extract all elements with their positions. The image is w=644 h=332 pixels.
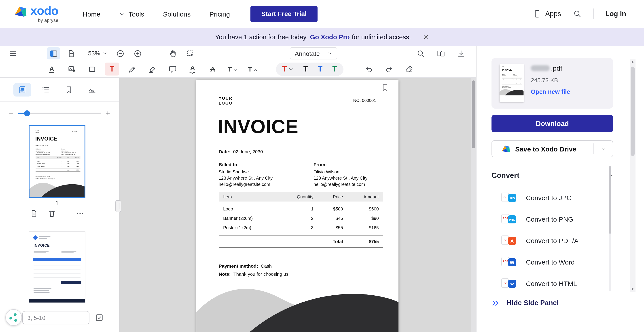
slider-knob[interactable] [24,110,30,116]
panel-scrollbar[interactable]: ▲ ▼ [630,59,636,292]
hide-side-panel-button[interactable]: Hide Side Panel [492,295,559,311]
jpg-file-icon: PDFJPG [501,191,516,204]
convert-to-html-item[interactable]: PDF<> Convert to HTML [492,273,613,294]
double-chevron-right-icon [492,299,500,307]
image-annotation-tool[interactable]: A [65,62,79,75]
page-bookmark-button[interactable] [380,83,390,92]
tab-signatures[interactable] [83,83,101,96]
zoom-in-button[interactable] [131,47,144,59]
xodo-app: xodo by apryse Home Tools Solutions Pric… [0,0,644,332]
zoom-in-icon [133,49,142,58]
banner-close-button[interactable] [422,34,429,40]
invoice-payment-method: Payment method:Cash [219,263,272,269]
panel-resize-handle[interactable] [116,200,121,212]
tab-page-thumbnails[interactable] [14,83,31,96]
file-size: 245.73 KB [531,77,570,83]
caret-up-icon [253,67,258,72]
apps-menu[interactable]: Apps [533,9,561,18]
convert-list-scrollbar-thumb[interactable] [609,166,611,234]
pen-icon [128,64,137,73]
highlighter-tool[interactable] [145,62,159,75]
start-free-trial-button[interactable]: Start Free Trial [250,5,317,22]
thumbnail-size-slider[interactable] [18,112,101,114]
undo-icon [364,64,374,73]
document-scrollbar[interactable] [471,78,476,332]
convert-section-toggle[interactable]: Convert [492,171,613,180]
redo-button[interactable] [382,62,396,75]
page-range-input[interactable] [22,311,90,325]
convert-list-scrollbar[interactable] [609,166,611,291]
hand-icon [168,49,177,58]
pan-tool-button[interactable] [166,47,179,59]
convert-to-png-item[interactable]: PDFPNG Convert to PNG [492,208,613,230]
delete-page-button[interactable] [46,208,57,219]
convert-to-jpg-item[interactable]: PDFJPG Convert to JPG [492,187,613,208]
chevron-down-icon [119,11,124,16]
redo-icon [384,64,394,73]
close-icon [422,34,429,40]
document-view-button[interactable] [64,47,77,59]
thumbnail-size-increase[interactable]: + [106,109,110,117]
squiggly-underline-tool[interactable]: A [186,62,200,75]
page-thumbnail-2[interactable]: INVOICE [28,232,86,303]
login-button[interactable]: Log In [605,10,626,18]
preset-blue-text[interactable]: T [318,65,323,73]
toolbar-mode-dropdown[interactable]: Annotate [290,47,337,59]
tab-bookmarks[interactable] [60,83,78,96]
page-range-apply-button[interactable] [95,313,104,322]
zoom-out-button[interactable] [114,47,126,59]
toolbar-mode-value: Annotate [295,50,320,57]
thumbnail-size-decrease[interactable]: − [9,109,14,117]
multi-view-button[interactable] [434,47,447,59]
preset-green-text[interactable]: T [332,65,337,73]
undo-button[interactable] [362,62,376,75]
save-options-dropdown[interactable] [594,146,613,151]
invoice-footer-waves [196,274,398,332]
scroll-up-arrow[interactable]: ▲ [630,59,636,65]
insert-page-button[interactable] [28,208,39,219]
page-panel-toggle[interactable] [47,47,60,59]
scroll-down-arrow[interactable]: ▼ [630,287,636,292]
go-xodo-pro-link[interactable]: Go Xodo Pro [310,33,350,40]
html-file-icon: PDF<> [501,277,516,290]
nav-solutions[interactable]: Solutions [163,10,190,18]
document-viewport[interactable]: YOUR LOGO NO. 000001 INVOICE Date:02 Jun… [120,78,476,332]
comment-tool[interactable] [166,62,179,75]
document-scrollbar-thumb[interactable] [472,80,476,148]
tab-outline[interactable] [37,83,54,96]
chevron-down-icon [289,67,294,71]
page-thumbnail-1[interactable]: YOUR LOGO NO. 000001 INVOICE Date:02 Jun… [28,125,86,198]
download-button[interactable]: Download [492,115,613,132]
nav-pricing[interactable]: Pricing [210,10,230,18]
select-tool-button[interactable] [184,47,197,59]
strikeout-tool[interactable]: A [206,62,220,75]
word-file-icon: PDFW [501,256,516,268]
menu-button[interactable] [6,47,19,59]
zoom-control[interactable]: 53% [88,50,107,57]
invoice-date: Date:02 June, 2030 [219,149,263,154]
search-icon[interactable] [573,9,582,18]
free-text-tool[interactable]: T [105,62,119,75]
convert-to-word-item[interactable]: PDFW Convert to Word [492,251,613,273]
nav-home[interactable]: Home [82,10,100,18]
rectangle-tool[interactable] [85,62,99,75]
replace-text-tool[interactable]: T [246,62,260,75]
cookie-consent-widget[interactable] [5,309,22,326]
convert-to-pdfa-item[interactable]: PDFA Convert to PDF/A [492,230,613,251]
insert-text-tool[interactable]: T [226,62,240,75]
xodo-logo[interactable]: xodo by apryse [14,5,58,23]
compare-pages-icon [436,49,445,58]
underline-tool[interactable]: A [45,62,58,75]
page-more-options-button[interactable] [75,208,86,219]
save-to-drive-button[interactable]: Save to Xodo Drive [492,140,613,157]
eraser-button[interactable] [402,62,416,75]
preset-black-text[interactable]: T [304,65,308,73]
top-navbar: xodo by apryse Home Tools Solutions Pric… [0,0,644,28]
open-new-file-link[interactable]: Open new file [531,88,570,95]
preset-red-text[interactable]: T [282,65,294,73]
nav-tools[interactable]: Tools [119,10,144,18]
ink-pen-tool[interactable] [125,62,139,75]
download-document-button[interactable] [454,47,467,59]
panel-scrollbar-thumb[interactable] [630,67,634,156]
search-document-button[interactable] [414,47,427,59]
